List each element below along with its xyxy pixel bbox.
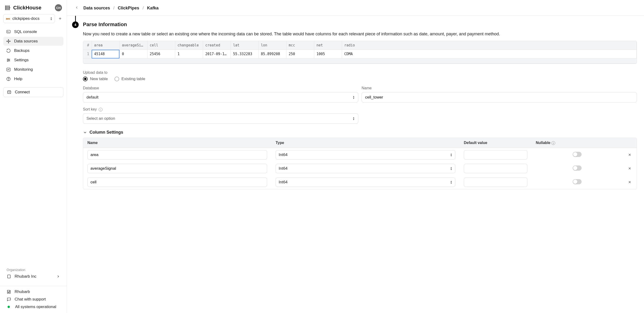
- breadcrumb-sep: /: [142, 6, 144, 11]
- preview-cell[interactable]: 45148: [92, 50, 120, 59]
- database-value: default: [86, 95, 98, 100]
- preview-header-row: # area averageSig… cell changeable creat…: [83, 41, 637, 50]
- footer-workspace[interactable]: Rhubarb: [6, 289, 60, 294]
- colset-delete-button[interactable]: ✕: [628, 166, 631, 170]
- chevron-down-icon: [83, 130, 87, 135]
- footer-workspace-label: Rhubarb: [14, 289, 30, 294]
- preview-table: # area averageSig… cell changeable creat…: [83, 41, 637, 64]
- preview-header[interactable]: mcc: [286, 41, 314, 50]
- sort-key-placeholder: Select an option: [86, 116, 115, 121]
- footer-chat[interactable]: Chat with support: [6, 297, 60, 302]
- svg-point-20: [9, 60, 10, 61]
- svg-point-7: [8, 41, 9, 42]
- sidebar-item-label: Monitoring: [14, 67, 33, 72]
- preview-cell[interactable]: 0: [120, 50, 147, 59]
- chevron-left-icon: [75, 6, 79, 10]
- preview-cell[interactable]: 85.899208: [258, 50, 286, 59]
- colset-name-input[interactable]: [88, 164, 267, 173]
- colset-default-input[interactable]: [464, 177, 528, 187]
- preview-header[interactable]: lon: [258, 41, 286, 50]
- preview-header[interactable]: net: [314, 41, 342, 50]
- sidebar-item-help[interactable]: Help: [3, 75, 63, 83]
- sidebar-item-sql-console[interactable]: SQL console: [3, 27, 63, 36]
- radio-new-table[interactable]: New table: [83, 77, 108, 81]
- sidebar-item-settings[interactable]: Settings: [3, 56, 63, 65]
- preview-header[interactable]: lat: [230, 41, 258, 50]
- colset-default-input[interactable]: [464, 150, 528, 160]
- back-button[interactable]: [74, 5, 80, 11]
- crumb-kafka[interactable]: Kafka: [147, 6, 158, 11]
- footer-chat-label: Chat with support: [14, 297, 46, 302]
- add-workspace-button[interactable]: +: [57, 15, 63, 22]
- colset-row: Int64▲▼✕: [83, 175, 637, 189]
- preview-header[interactable]: changeable: [175, 41, 203, 50]
- status-dot-icon: [8, 306, 10, 308]
- chat-icon: [6, 297, 11, 302]
- footer-status[interactable]: All systems operational: [6, 304, 60, 309]
- preview-cell[interactable]: 2017-09-13…: [203, 50, 230, 59]
- preview-cell[interactable]: 1: [83, 50, 92, 59]
- svg-point-11: [8, 43, 9, 43]
- preview-header[interactable]: radio: [342, 41, 637, 50]
- radio-label: Existing table: [122, 77, 145, 81]
- preview-header[interactable]: created: [203, 41, 230, 50]
- footer-list: Rhubarb Chat with support All systems op…: [0, 288, 67, 313]
- brand[interactable]: ClickHouse: [5, 5, 42, 11]
- sidebar-item-monitoring[interactable]: Monitoring: [3, 65, 63, 74]
- info-icon[interactable]: i: [99, 108, 102, 112]
- workspace-select[interactable]: aws clickpipes-docs ▲▼: [3, 14, 55, 23]
- colset-name-input[interactable]: [88, 177, 267, 187]
- preview-header[interactable]: area: [92, 41, 120, 50]
- primary-nav: SQL console Data sources Backups Setting…: [0, 26, 67, 85]
- sidebar-item-label: SQL console: [14, 30, 37, 34]
- colset-delete-button[interactable]: ✕: [628, 180, 631, 184]
- sidebar-item-data-sources[interactable]: Data sources: [3, 37, 63, 46]
- colset-header-nullable: Nullablei: [532, 138, 623, 148]
- sliders-icon: [6, 58, 11, 63]
- preview-cell[interactable]: 1005: [314, 50, 342, 59]
- preview-header[interactable]: averageSig…: [120, 41, 147, 50]
- svg-point-8: [6, 41, 7, 42]
- preview-cell[interactable]: CDMA: [342, 50, 637, 59]
- upload-target-radio-group: New table Existing table: [83, 77, 637, 81]
- column-settings-toggle[interactable]: Column Settings: [83, 130, 637, 135]
- svg-point-24: [8, 80, 8, 80]
- preview-cell[interactable]: 25456: [147, 50, 175, 59]
- colset-delete-button[interactable]: ✕: [628, 153, 631, 157]
- preview-cell[interactable]: 250: [286, 50, 314, 59]
- sidebar: ClickHouse CH aws clickpipes-docs ▲▼ + S…: [0, 0, 67, 313]
- colset-nullable-toggle[interactable]: [573, 165, 582, 171]
- colset-type-select[interactable]: Int64▲▼: [276, 177, 455, 187]
- info-icon[interactable]: i: [552, 141, 555, 145]
- sort-key-select[interactable]: Select an option ▲▼: [83, 113, 358, 124]
- database-select[interactable]: default ▲▼: [83, 92, 358, 103]
- chevrons-updown-icon: ▲▼: [450, 180, 452, 184]
- preview-header[interactable]: #: [83, 41, 92, 50]
- upload-data-to-label: Upload data to: [83, 71, 637, 75]
- colset-nullable-toggle[interactable]: [573, 152, 582, 157]
- preview-cell[interactable]: 1: [175, 50, 203, 59]
- colset-type-select[interactable]: Int64▲▼: [276, 164, 455, 173]
- radio-icon: [83, 77, 88, 81]
- colset-header-name: Name: [83, 138, 271, 148]
- sidebar-item-label: Data sources: [14, 39, 38, 44]
- crumb-data-sources[interactable]: Data sources: [84, 6, 110, 11]
- colset-nullable-toggle[interactable]: [573, 179, 582, 184]
- colset-default-input[interactable]: [464, 164, 528, 173]
- avatar[interactable]: CH: [55, 4, 62, 11]
- crumb-clickpipes[interactable]: ClickPipes: [118, 6, 139, 11]
- colset-row: Int64▲▼✕: [83, 162, 637, 175]
- org-select[interactable]: Rhubarb Inc: [6, 272, 60, 281]
- connect-button[interactable]: Connect: [3, 87, 63, 97]
- breadcrumb: Data sources / ClickPipes / Kafka: [84, 6, 158, 11]
- content: 4 Parse Information Now you need to crea…: [67, 16, 644, 199]
- radio-existing-table[interactable]: Existing table: [114, 77, 145, 81]
- sidebar-item-label: Backups: [14, 48, 30, 53]
- colset-name-input[interactable]: [88, 150, 267, 160]
- preview-header[interactable]: cell: [147, 41, 175, 50]
- colset-header-type: Type: [271, 138, 460, 148]
- preview-cell[interactable]: 55.332283: [230, 50, 258, 59]
- table-name-input[interactable]: [365, 95, 634, 100]
- colset-type-select[interactable]: Int64▲▼: [276, 150, 455, 160]
- sidebar-item-backups[interactable]: Backups: [3, 46, 63, 55]
